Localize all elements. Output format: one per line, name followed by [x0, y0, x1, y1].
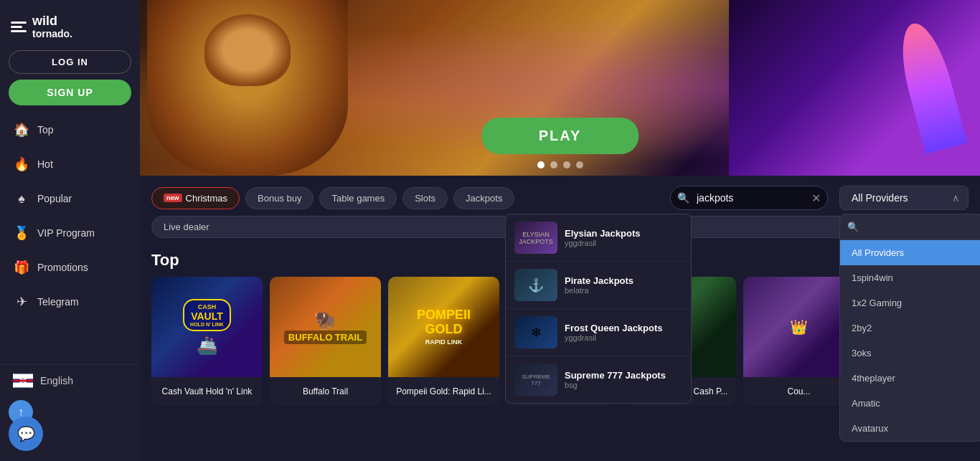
- sidebar: wild tornado. LOG IN SIGN UP 🏠 Top 🔥 Hot…: [0, 0, 140, 461]
- filter-table-games[interactable]: Table games: [319, 187, 397, 209]
- sidebar-item-promotions[interactable]: 🎁 Promotions: [0, 250, 140, 285]
- search-result-elysian[interactable]: ELYSIANJACKPOTS Elysian Jackpots yggdras…: [506, 214, 691, 262]
- play-button[interactable]: PLAY: [481, 118, 639, 154]
- provider-option-amatic[interactable]: Amatic: [840, 391, 980, 416]
- search-container: 🔍 ✕ ELYSIANJACKPOTS Elysian Jackpots ygg…: [670, 186, 828, 210]
- search-icon: 🔍: [677, 192, 689, 204]
- carousel-dot-3[interactable]: [563, 161, 570, 168]
- logo-wild: wild: [32, 14, 72, 29]
- result-info-elysian: Elysian Jackpots yggdrasil: [565, 228, 641, 247]
- sidebar-item-hot[interactable]: 🔥 Hot: [0, 147, 140, 181]
- sidebar-item-label-top: Top: [37, 124, 54, 136]
- menu-icon: [11, 22, 27, 32]
- flag-icon: [13, 374, 33, 388]
- signup-button[interactable]: SIGN UP: [9, 80, 131, 105]
- result-name-pirate: Pirate Jackpots: [565, 275, 633, 286]
- game-thumb-cash-vault: CASH VAULT HOLD N' LINK 🚢: [151, 277, 263, 377]
- sidebar-item-vip[interactable]: 🏅 VIP Program: [0, 216, 140, 250]
- sidebar-item-label-hot: Hot: [37, 158, 53, 170]
- result-provider-elysian: yggdrasil: [565, 239, 641, 247]
- search-clear-button[interactable]: ✕: [811, 191, 821, 205]
- sidebar-item-label-promotions: Promotions: [37, 262, 88, 273]
- filter-row-1: new Christmas Bonus buy Table games Slot…: [140, 176, 980, 213]
- result-provider-pirate: belatra: [565, 286, 633, 295]
- games-section: new Christmas Bonus buy Table games Slot…: [140, 176, 980, 417]
- vip-icon: 🏅: [13, 224, 30, 242]
- search-result-frost[interactable]: ❄ Frost Queen Jackpots yggdrasil: [506, 309, 691, 356]
- game-thumb-cou: 👑: [743, 277, 854, 377]
- search-result-pirate[interactable]: ⚓ Pirate Jackpots belatra: [506, 262, 691, 309]
- logo-tornado: tornado.: [32, 29, 72, 39]
- provider-button[interactable]: All Providers: [839, 186, 969, 210]
- filter-jackpots[interactable]: Jackpots: [453, 187, 514, 209]
- carousel-dot-2[interactable]: [550, 161, 557, 168]
- provider-list: 🔍 ✕ All Providers 1spin4win 1x2 Gaming 2…: [839, 214, 980, 442]
- game-name-pompeii: Pompeii Gold: Rapid Li...: [388, 377, 499, 406]
- game-card-pompeii[interactable]: POMPEIIGOLD RAPID LINK Pompeii Gold: Rap…: [388, 277, 499, 406]
- carousel-dot-4[interactable]: [576, 161, 583, 168]
- filter-christmas-label: Christmas: [186, 193, 228, 204]
- game-card-cou[interactable]: 👑 Cou...: [743, 277, 854, 406]
- provider-search-icon: 🔍: [847, 222, 859, 232]
- filter-bonus-buy-label: Bonus buy: [258, 193, 301, 204]
- game-name-buffalo: Buffalo Trail: [270, 377, 381, 406]
- result-provider-frost: yggdrasil: [565, 333, 663, 342]
- carousel-dot-1[interactable]: [537, 161, 545, 168]
- game-thumb-buffalo: 🦬 BUFFALO TRAIL: [270, 277, 381, 377]
- promotions-icon: 🎁: [13, 259, 30, 276]
- game-name-cash-vault: Cash Vault Hold 'n' Link: [151, 377, 263, 406]
- provider-option-1x2gaming[interactable]: 1x2 Gaming: [840, 290, 980, 315]
- sidebar-item-popular[interactable]: ♠ Popular: [0, 181, 140, 216]
- game-thumb-pompeii: POMPEIIGOLD RAPID LINK: [388, 277, 499, 377]
- filter-live-dealer-label: Live dealer: [164, 222, 209, 232]
- result-thumb-frost: ❄: [514, 316, 557, 348]
- result-name-frost: Frost Queen Jackpots: [565, 323, 663, 333]
- result-thumb-supreme: SUPREME777: [514, 363, 557, 396]
- game-card-cash-vault[interactable]: CASH VAULT HOLD N' LINK 🚢 Cash Vault Hol…: [151, 277, 263, 406]
- nav-menu: 🏠 Top 🔥 Hot ♠ Popular 🏅 VIP Program 🎁 Pr…: [0, 113, 140, 361]
- provider-option-avatarux[interactable]: Avatarux: [840, 416, 980, 441]
- result-name-supreme: Supreme 777 Jackpots: [565, 370, 666, 381]
- carousel-dots: [537, 161, 583, 168]
- sidebar-item-label-telegram: Telegram: [37, 296, 79, 308]
- sidebar-item-label-popular: Popular: [37, 193, 72, 204]
- chat-button[interactable]: 💬: [9, 417, 43, 451]
- filter-bonus-buy[interactable]: Bonus buy: [245, 187, 314, 209]
- sidebar-item-label-vip: VIP Program: [37, 227, 95, 239]
- main-content: PLAY new Christmas Bonus buy Table: [140, 0, 980, 461]
- hero-banner: PLAY: [140, 0, 980, 176]
- hero-image-rocket: [729, 0, 980, 176]
- provider-option-1spin4win[interactable]: 1spin4win: [840, 265, 980, 290]
- result-provider-supreme: bsg: [565, 381, 666, 389]
- search-result-supreme[interactable]: SUPREME777 Supreme 777 Jackpots bsg: [506, 356, 691, 403]
- game-card-buffalo-trail[interactable]: 🦬 BUFFALO TRAIL Buffalo Trail: [270, 277, 381, 406]
- provider-option-all[interactable]: All Providers: [840, 240, 980, 265]
- christmas-new-badge: new: [164, 194, 182, 202]
- logo-text: wild tornado.: [32, 14, 72, 39]
- provider-search-input[interactable]: [863, 222, 980, 232]
- result-name-elysian: Elysian Jackpots: [565, 228, 641, 239]
- auth-buttons: LOG IN SIGN UP: [0, 50, 140, 113]
- top-icon: 🏠: [13, 121, 30, 138]
- hero-image-raccoon: [147, 0, 348, 176]
- filter-slots[interactable]: Slots: [402, 187, 448, 209]
- logo-area: wild tornado.: [0, 7, 140, 50]
- main-scroll: PLAY new Christmas Bonus buy Table: [140, 0, 980, 461]
- search-results-dropdown: ELYSIANJACKPOTS Elysian Jackpots yggdras…: [505, 214, 692, 404]
- filter-slots-label: Slots: [415, 193, 435, 204]
- sidebar-item-telegram[interactable]: ✈ Telegram: [0, 285, 140, 319]
- provider-option-4theplayer[interactable]: 4theplayer: [840, 366, 980, 391]
- popular-icon: ♠: [13, 190, 30, 207]
- language-selector[interactable]: English: [0, 364, 140, 396]
- provider-option-3oaks[interactable]: 3oks: [840, 341, 980, 366]
- provider-option-2by2[interactable]: 2by2: [840, 315, 980, 341]
- provider-dropdown: All Providers 🔍 ✕ All Providers 1spin4wi…: [839, 186, 969, 210]
- result-info-pirate: Pirate Jackpots belatra: [565, 275, 633, 295]
- filter-christmas[interactable]: new Christmas: [151, 187, 240, 209]
- result-thumb-pirate: ⚓: [514, 269, 557, 301]
- search-input[interactable]: [670, 186, 828, 210]
- filter-table-games-label: Table games: [331, 193, 385, 204]
- provider-search-container: 🔍 ✕: [840, 214, 980, 240]
- sidebar-item-top[interactable]: 🏠 Top: [0, 113, 140, 147]
- login-button[interactable]: LOG IN: [9, 50, 131, 74]
